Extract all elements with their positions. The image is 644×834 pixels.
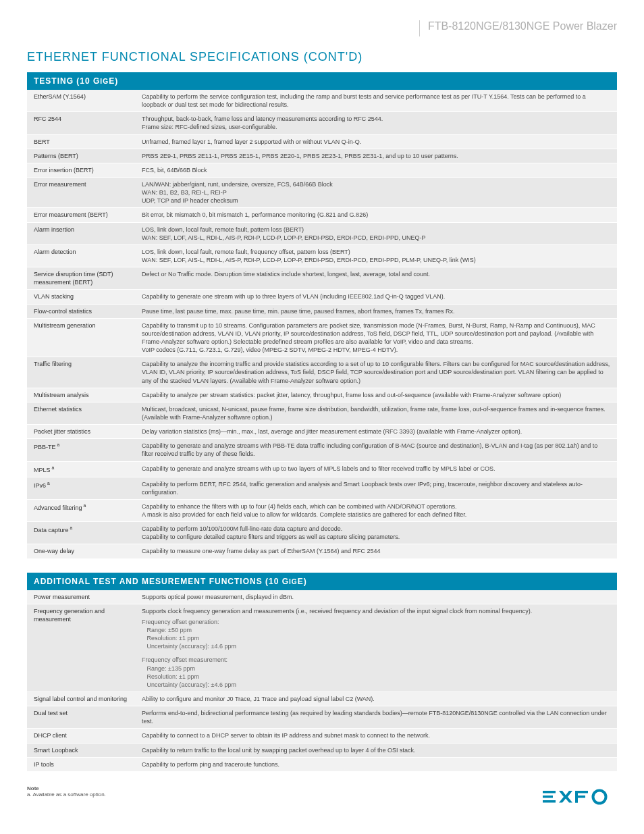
row-label: EtherSAM (Y.1564) (27, 90, 135, 112)
row-label: Ethernet statistics (27, 402, 135, 424)
row-label: Error measurement (27, 177, 135, 207)
row-label: Packet jitter statistics (27, 425, 135, 439)
row-label: Flow-control statistics (27, 304, 135, 318)
row-value: Bit error, bit mismatch 0, bit mismatch … (135, 208, 617, 222)
row-label: PBB-TE a (27, 439, 135, 461)
row-label: VLAN stacking (27, 290, 135, 304)
row-label: DHCP client (27, 729, 135, 743)
section-title: ETHERNET FUNCTIONAL SPECIFICATIONS (CONT… (27, 50, 617, 64)
row-label: Smart Loopback (27, 743, 135, 757)
row-value: Throughput, back-to-back, frame loss and… (135, 112, 617, 134)
row-label: Service disruption time (SDT) measuremen… (27, 267, 135, 290)
row-label: Advanced filtering a (27, 499, 135, 521)
row-label: Alarm insertion (27, 222, 135, 244)
additional-table-header: ADDITIONAL TEST AND MESUREMENT FUNCTIONS… (27, 573, 617, 590)
row-value: Capability to generate one stream with u… (135, 290, 617, 304)
table-row: Alarm detectionLOS, link down, local fau… (27, 244, 617, 267)
row-value: Capability to return traffic to the loca… (135, 743, 617, 757)
table-row: BERTUnframed, framed layer 1, framed lay… (27, 134, 617, 149)
table-row: MPLS aCapability to generate and analyze… (27, 461, 617, 477)
table-row: IP toolsCapability to perform ping and t… (27, 757, 617, 771)
table-row: VLAN stackingCapability to generate one … (27, 290, 617, 304)
table-row: Power measurementSupports optical power … (27, 590, 617, 604)
table-row: IPv6 aCapability to perform BERT, RFC 25… (27, 477, 617, 499)
table-row: Alarm insertionLOS, link down, local fau… (27, 222, 617, 244)
row-value: LOS, link down, local fault, remote faul… (135, 222, 617, 244)
row-label: Multistream generation (27, 318, 135, 357)
table-row: RFC 2544Throughput, back-to-back, frame … (27, 112, 617, 134)
product-title: FTB-8120NGE/8130NGE Power Blazer (419, 20, 617, 36)
table-row: Multistream generationCapability to tran… (27, 318, 617, 357)
svg-rect-2 (543, 800, 556, 803)
testing-table-header: TESTING (10 GIGE) (27, 72, 617, 90)
row-label: MPLS a (27, 461, 135, 477)
table-row: PBB-TE aCapability to generate and analy… (27, 439, 617, 461)
table-row: Flow-control statisticsPause time, last … (27, 304, 617, 318)
exfo-logo (543, 784, 617, 814)
row-label: Alarm detection (27, 244, 135, 267)
row-value: Multicast, broadcast, unicast, N-unicast… (135, 402, 617, 424)
table-row: DHCP clientCapability to connect to a DH… (27, 729, 617, 743)
row-label: One-way delay (27, 544, 135, 558)
row-value: LOS, link down, local fault, remote faul… (135, 244, 617, 267)
row-value: Unframed, framed layer 1, framed layer 2… (135, 134, 617, 149)
row-value: Pause time, last pause time, max. pause … (135, 304, 617, 318)
table-row: Multistream analysisCapability to analyz… (27, 388, 617, 402)
row-value: Supports clock frequency generation and … (135, 604, 617, 692)
table-row: Data capture aCapability to perform 10/1… (27, 522, 617, 544)
row-label: BERT (27, 134, 135, 149)
row-value: PRBS 2E9-1, PRBS 2E11-1, PRBS 2E15-1, PR… (135, 149, 617, 163)
row-value: Supports optical power measurement, disp… (135, 590, 617, 604)
row-value: Defect or No Traffic mode. Disruption ti… (135, 267, 617, 290)
row-label: Multistream analysis (27, 388, 135, 402)
table-row: EtherSAM (Y.1564)Capability to perform t… (27, 90, 617, 112)
testing-table: TESTING (10 GIGE) EtherSAM (Y.1564)Capab… (27, 72, 617, 559)
table-row: Frequency generation and measurementSupp… (27, 604, 617, 692)
table-row: Service disruption time (SDT) measuremen… (27, 267, 617, 290)
note-block: Note a. Available as a software option. (27, 785, 617, 798)
table-row: Signal label control and monitoringAbili… (27, 692, 617, 706)
row-value: Capability to connect to a DHCP server t… (135, 729, 617, 743)
row-value: Capability to perform ping and tracerout… (135, 757, 617, 771)
table-row: Ethernet statisticsMulticast, broadcast,… (27, 402, 617, 424)
table-row: Patterns (BERT)PRBS 2E9-1, PRBS 2E11-1, … (27, 149, 617, 163)
row-value: LAN/WAN: jabber/giant, runt, undersize, … (135, 177, 617, 207)
row-value: Capability to generate and analyze strea… (135, 439, 617, 461)
svg-rect-0 (543, 791, 556, 793)
table-row: Advanced filtering aCapability to enhanc… (27, 499, 617, 521)
row-label: Dual test set (27, 706, 135, 729)
additional-table: ADDITIONAL TEST AND MESUREMENT FUNCTIONS… (27, 573, 617, 772)
note-head: Note (27, 785, 617, 791)
row-value: Performs end-to-end, bidirectional perfo… (135, 706, 617, 729)
row-value: Capability to transmit up to 10 streams.… (135, 318, 617, 357)
row-label: Frequency generation and measurement (27, 604, 135, 692)
row-value: Capability to perform 10/100/1000M full-… (135, 522, 617, 544)
row-label: Error measurement (BERT) (27, 208, 135, 222)
row-value: Ability to configure and monitor J0 Trac… (135, 692, 617, 706)
table-row: Packet jitter statisticsDelay variation … (27, 425, 617, 439)
row-label: RFC 2544 (27, 112, 135, 134)
row-value: Capability to enhance the filters with u… (135, 499, 617, 521)
table-row: Traffic filteringCapability to analyze t… (27, 357, 617, 388)
table-row: Error measurement (BERT)Bit error, bit m… (27, 208, 617, 222)
note-text: a. Available as a software option. (27, 791, 617, 798)
row-label: IPv6 a (27, 477, 135, 499)
row-label: Traffic filtering (27, 357, 135, 388)
row-value: Capability to generate and analyze strea… (135, 461, 617, 477)
svg-rect-1 (543, 796, 553, 798)
table-row: Error insertion (BERT)FCS, bit, 64B/66B … (27, 163, 617, 177)
row-label: Power measurement (27, 590, 135, 604)
row-value: Capability to perform the service config… (135, 90, 617, 112)
row-label: Data capture a (27, 522, 135, 544)
row-value: Capability to analyze the incoming traff… (135, 357, 617, 388)
row-value: Capability to analyze per stream statist… (135, 388, 617, 402)
table-row: Dual test setPerforms end-to-end, bidire… (27, 706, 617, 729)
table-row: Smart LoopbackCapability to return traff… (27, 743, 617, 757)
svg-rect-6 (575, 791, 578, 803)
row-label: Error insertion (BERT) (27, 163, 135, 177)
row-label: Signal label control and monitoring (27, 692, 135, 706)
table-row: Error measurementLAN/WAN: jabber/giant, … (27, 177, 617, 207)
row-value: Capability to perform BERT, RFC 2544, tr… (135, 477, 617, 499)
row-value: Delay variation statistics (ms)—min., ma… (135, 425, 617, 439)
svg-point-7 (593, 791, 606, 804)
